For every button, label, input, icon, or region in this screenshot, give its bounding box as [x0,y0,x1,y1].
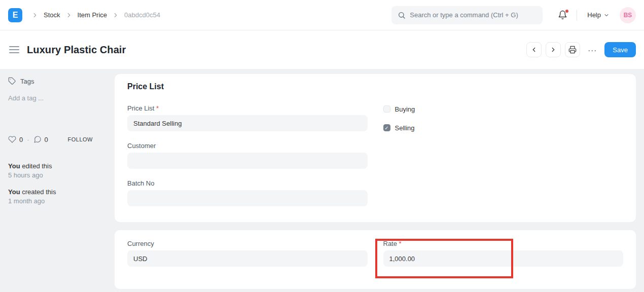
form-column-left: Price List * Customer Batch No [127,104,368,217]
buying-checkbox[interactable]: ✓ [383,105,390,113]
avatar-initials: BS [624,12,632,19]
currency-input[interactable] [127,250,368,267]
avatar[interactable]: BS [620,7,636,23]
rate-field: Rate * [383,240,624,267]
previous-document-button[interactable] [526,42,542,57]
save-button[interactable]: Save [604,42,636,57]
required-asterisk: * [156,104,159,112]
price-list-section: Price List Price List * Customer Batch N… [115,74,636,222]
activity-actor: You [8,188,20,196]
currency-rate-section: Currency Rate * [115,230,636,289]
activity-entry: You created this 1 month ago [8,188,93,206]
page-title: Luxury Plastic Chair [27,44,126,56]
app-logo[interactable]: E [8,8,22,22]
social-row: 0 · 0 FOLLOW [8,135,93,143]
tags-section: Tags [8,77,93,85]
notifications-button[interactable] [556,8,569,22]
app-logo-letter: E [13,11,18,20]
separator-dot: · [27,136,29,143]
like-count: 0 [19,136,23,143]
chevron-down-icon [603,12,610,18]
activity-timestamp: 1 month ago [8,197,93,206]
buying-label: Buying [395,105,415,113]
global-search [391,6,543,24]
chevron-right-icon [550,46,557,53]
activity-actor: You [8,162,20,170]
more-options-button[interactable]: ··· [584,42,600,57]
chevron-right-icon [65,12,73,19]
print-button[interactable] [565,42,580,57]
comment-icon[interactable] [33,135,42,143]
page-header: Luxury Plastic Chair ··· Save [0,30,644,69]
sidebar-toggle-button[interactable] [8,45,20,55]
navbar-right: Help BS [556,7,636,23]
tag-icon [8,77,16,85]
required-asterisk: * [399,240,402,247]
document-sidebar: Tags Add a tag ... 0 · 0 FOLLOW You edit… [0,69,107,213]
chevron-left-icon [530,46,538,53]
buying-checkbox-row[interactable]: ✓ Buying [383,105,624,113]
price-list-field: Price List * [127,104,368,131]
heart-icon[interactable] [8,135,16,143]
next-document-button[interactable] [546,42,561,57]
chevron-right-icon [31,12,39,19]
rate-input[interactable] [383,250,624,267]
customer-label: Customer [127,142,368,150]
chevron-right-icon [112,12,119,19]
price-list-label: Price List * [127,104,368,112]
price-list-input[interactable] [127,115,368,131]
search-icon [398,11,406,19]
activity-timestamp: 5 hours ago [8,171,93,180]
printer-icon [568,46,577,54]
selling-label: Selling [395,124,415,132]
header-actions: ··· Save [526,42,636,57]
hamburger-icon [9,46,19,54]
selling-checkbox-row[interactable]: ✓ Selling [383,124,624,132]
customer-input[interactable] [127,153,368,169]
help-label: Help [587,11,601,19]
comment-count: 0 [45,136,48,143]
form-area: Price List Price List * Customer Batch N… [115,69,636,289]
batch-no-label: Batch No [127,179,368,187]
form-column-right: ✓ Buying ✓ Selling [383,104,624,217]
batch-no-field: Batch No [127,179,368,206]
activity-action: created this [22,188,56,196]
breadcrumb-docname: 0abdcd0c54 [124,11,160,19]
tags-label: Tags [20,78,34,85]
add-tag-link[interactable]: Add a tag ... [8,94,93,102]
navbar-divider [577,10,577,21]
help-menu[interactable]: Help [584,11,613,19]
follow-button[interactable]: FOLLOW [68,136,93,142]
notification-dot [565,10,568,13]
customer-field: Customer [127,142,368,169]
activity-log: You edited this 5 hours ago You created … [8,162,93,206]
activity-entry: You edited this 5 hours ago [8,162,93,180]
content-area: Tags Add a tag ... 0 · 0 FOLLOW You edit… [0,69,644,292]
breadcrumb-item-price[interactable]: Item Price [78,11,108,19]
top-navbar: E Stock Item Price 0abdcd0c54 Help [0,0,644,30]
currency-label: Currency [127,240,368,247]
search-input[interactable] [391,6,543,24]
selling-checkbox[interactable]: ✓ [383,124,390,131]
batch-no-input[interactable] [127,190,368,206]
breadcrumb-stock[interactable]: Stock [44,11,60,19]
breadcrumb: E Stock Item Price 0abdcd0c54 [8,8,160,22]
section-heading: Price List [127,82,623,91]
activity-action: edited this [22,162,52,170]
ellipsis-icon: ··· [588,46,597,54]
rate-label: Rate * [383,240,624,247]
currency-field: Currency [127,240,368,267]
